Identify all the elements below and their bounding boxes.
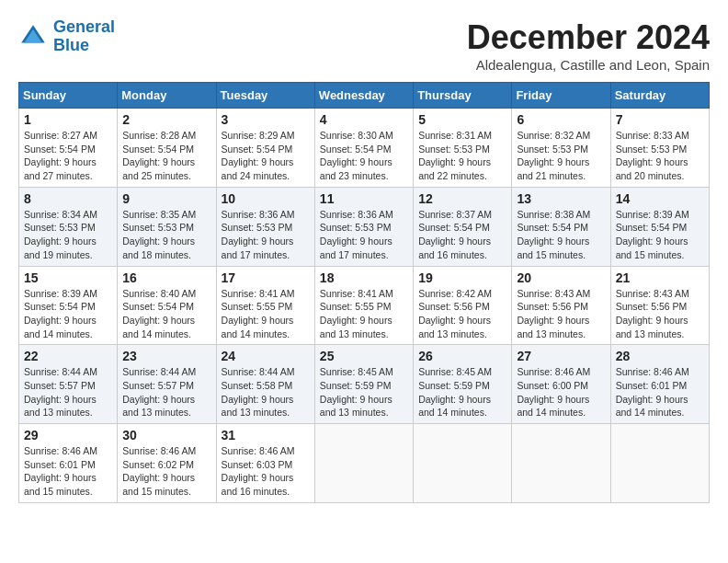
day-info: Sunrise: 8:43 AM Sunset: 5:56 PM Dayligh… <box>517 287 605 341</box>
month-title: December 2024 <box>467 18 710 57</box>
sunrise-text: Sunrise: 8:28 AM <box>122 129 210 143</box>
sunset-text: Sunset: 6:01 PM <box>24 458 112 472</box>
sunset-text: Sunset: 5:54 PM <box>517 221 605 235</box>
day-number: 22 <box>24 349 112 363</box>
calendar-day-cell: 2 Sunrise: 8:28 AM Sunset: 5:54 PM Dayli… <box>118 109 216 188</box>
day-info: Sunrise: 8:28 AM Sunset: 5:54 PM Dayligh… <box>122 129 210 183</box>
day-number: 16 <box>122 270 210 285</box>
calendar-week-row: 1 Sunrise: 8:27 AM Sunset: 5:54 PM Dayli… <box>19 109 710 188</box>
calendar-table: Sunday Monday Tuesday Wednesday Thursday… <box>18 82 710 503</box>
calendar-week-row: 22 Sunrise: 8:44 AM Sunset: 5:57 PM Dayl… <box>19 345 710 424</box>
calendar-day-cell: 30 Sunrise: 8:46 AM Sunset: 6:02 PM Dayl… <box>118 424 216 503</box>
day-number: 23 <box>122 349 210 363</box>
col-saturday: Saturday <box>610 83 709 109</box>
calendar-day-cell: 18 Sunrise: 8:41 AM Sunset: 5:55 PM Dayl… <box>314 266 413 345</box>
day-number: 8 <box>24 191 112 206</box>
day-info: Sunrise: 8:38 AM Sunset: 5:54 PM Dayligh… <box>517 208 605 262</box>
daylight-text: Daylight: 9 hours and 15 minutes. <box>517 235 605 261</box>
calendar-day-cell: 4 Sunrise: 8:30 AM Sunset: 5:54 PM Dayli… <box>314 109 413 188</box>
day-info: Sunrise: 8:39 AM Sunset: 5:54 PM Dayligh… <box>616 208 704 262</box>
day-number: 17 <box>222 270 310 285</box>
day-number: 10 <box>222 191 310 206</box>
calendar-day-cell: 23 Sunrise: 8:44 AM Sunset: 5:57 PM Dayl… <box>118 345 216 424</box>
daylight-text: Daylight: 9 hours and 13 minutes. <box>517 314 605 340</box>
day-number: 11 <box>320 191 408 206</box>
calendar-week-row: 8 Sunrise: 8:34 AM Sunset: 5:53 PM Dayli… <box>19 187 710 266</box>
sunrise-text: Sunrise: 8:43 AM <box>616 287 704 301</box>
daylight-text: Daylight: 9 hours and 13 minutes. <box>320 393 408 419</box>
logo-line1: General <box>53 17 115 36</box>
day-info: Sunrise: 8:40 AM Sunset: 5:54 PM Dayligh… <box>122 287 210 341</box>
daylight-text: Daylight: 9 hours and 15 minutes. <box>616 235 704 261</box>
sunset-text: Sunset: 6:00 PM <box>517 379 605 393</box>
sunrise-text: Sunrise: 8:44 AM <box>222 365 310 379</box>
day-info: Sunrise: 8:30 AM Sunset: 5:54 PM Dayligh… <box>320 129 408 183</box>
sunset-text: Sunset: 5:54 PM <box>418 221 506 235</box>
sunrise-text: Sunrise: 8:44 AM <box>24 365 112 379</box>
sunrise-text: Sunrise: 8:32 AM <box>517 129 605 143</box>
daylight-text: Daylight: 9 hours and 14 minutes. <box>222 314 310 340</box>
day-info: Sunrise: 8:35 AM Sunset: 5:53 PM Dayligh… <box>122 208 210 262</box>
day-number: 20 <box>517 270 605 285</box>
calendar-day-cell: 10 Sunrise: 8:36 AM Sunset: 5:53 PM Dayl… <box>216 187 314 266</box>
sunrise-text: Sunrise: 8:41 AM <box>222 287 310 301</box>
day-number: 31 <box>222 428 310 442</box>
sunset-text: Sunset: 5:58 PM <box>222 379 310 393</box>
calendar-day-cell: 16 Sunrise: 8:40 AM Sunset: 5:54 PM Dayl… <box>118 266 216 345</box>
daylight-text: Daylight: 9 hours and 16 minutes. <box>222 471 310 498</box>
calendar-day-cell <box>314 424 413 503</box>
day-info: Sunrise: 8:42 AM Sunset: 5:56 PM Dayligh… <box>418 287 506 341</box>
day-number: 4 <box>320 112 408 127</box>
day-info: Sunrise: 8:46 AM Sunset: 6:00 PM Dayligh… <box>517 365 605 419</box>
sunrise-text: Sunrise: 8:39 AM <box>24 287 112 301</box>
day-number: 7 <box>616 112 704 127</box>
col-wednesday: Wednesday <box>314 83 413 109</box>
location-subtitle: Aldealengua, Castille and Leon, Spain <box>467 57 710 73</box>
sunrise-text: Sunrise: 8:46 AM <box>517 365 605 379</box>
calendar-day-cell: 25 Sunrise: 8:45 AM Sunset: 5:59 PM Dayl… <box>314 345 413 424</box>
calendar-week-row: 15 Sunrise: 8:39 AM Sunset: 5:54 PM Dayl… <box>19 266 710 345</box>
calendar-day-cell: 3 Sunrise: 8:29 AM Sunset: 5:54 PM Dayli… <box>216 109 314 188</box>
calendar-day-cell: 27 Sunrise: 8:46 AM Sunset: 6:00 PM Dayl… <box>512 345 610 424</box>
calendar-day-cell: 19 Sunrise: 8:42 AM Sunset: 5:56 PM Dayl… <box>414 266 512 345</box>
day-number: 2 <box>122 112 210 127</box>
day-info: Sunrise: 8:33 AM Sunset: 5:53 PM Dayligh… <box>616 129 704 183</box>
day-info: Sunrise: 8:45 AM Sunset: 5:59 PM Dayligh… <box>320 365 408 419</box>
sunset-text: Sunset: 5:57 PM <box>122 379 210 393</box>
sunset-text: Sunset: 5:54 PM <box>320 143 408 156</box>
calendar-day-cell: 31 Sunrise: 8:46 AM Sunset: 6:03 PM Dayl… <box>216 424 314 503</box>
day-info: Sunrise: 8:36 AM Sunset: 5:53 PM Dayligh… <box>320 208 408 262</box>
day-number: 27 <box>517 349 605 363</box>
day-number: 25 <box>320 349 408 363</box>
title-block: December 2024 Aldealengua, Castille and … <box>467 18 710 73</box>
sunset-text: Sunset: 5:54 PM <box>616 221 704 235</box>
daylight-text: Daylight: 9 hours and 13 minutes. <box>320 314 408 340</box>
sunrise-text: Sunrise: 8:41 AM <box>320 287 408 301</box>
sunset-text: Sunset: 5:53 PM <box>320 221 408 235</box>
col-sunday: Sunday <box>19 83 118 109</box>
calendar-day-cell: 29 Sunrise: 8:46 AM Sunset: 6:01 PM Dayl… <box>19 424 118 503</box>
calendar-day-cell: 21 Sunrise: 8:43 AM Sunset: 5:56 PM Dayl… <box>610 266 709 345</box>
day-info: Sunrise: 8:34 AM Sunset: 5:53 PM Dayligh… <box>24 208 112 262</box>
sunrise-text: Sunrise: 8:27 AM <box>24 129 112 143</box>
daylight-text: Daylight: 9 hours and 21 minutes. <box>517 155 605 182</box>
sunset-text: Sunset: 5:53 PM <box>24 221 112 235</box>
sunrise-text: Sunrise: 8:44 AM <box>122 365 210 379</box>
sunrise-text: Sunrise: 8:45 AM <box>418 365 506 379</box>
daylight-text: Daylight: 9 hours and 27 minutes. <box>24 155 112 182</box>
sunset-text: Sunset: 5:54 PM <box>24 143 112 156</box>
calendar-day-cell: 9 Sunrise: 8:35 AM Sunset: 5:53 PM Dayli… <box>118 187 216 266</box>
calendar-day-cell <box>512 424 610 503</box>
daylight-text: Daylight: 9 hours and 19 minutes. <box>24 235 112 261</box>
sunrise-text: Sunrise: 8:46 AM <box>616 365 704 379</box>
day-info: Sunrise: 8:44 AM Sunset: 5:58 PM Dayligh… <box>222 365 310 419</box>
day-info: Sunrise: 8:46 AM Sunset: 6:01 PM Dayligh… <box>616 365 704 419</box>
daylight-text: Daylight: 9 hours and 14 minutes. <box>24 314 112 340</box>
sunrise-text: Sunrise: 8:42 AM <box>418 287 506 301</box>
day-number: 6 <box>517 112 605 127</box>
sunset-text: Sunset: 5:57 PM <box>24 379 112 393</box>
day-number: 5 <box>418 112 506 127</box>
day-info: Sunrise: 8:39 AM Sunset: 5:54 PM Dayligh… <box>24 287 112 341</box>
daylight-text: Daylight: 9 hours and 24 minutes. <box>222 155 310 182</box>
logo-text: General Blue <box>53 18 115 55</box>
